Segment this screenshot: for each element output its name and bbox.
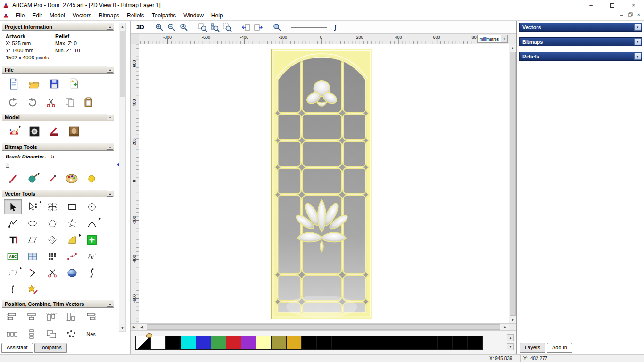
collapse-button[interactable]: ▲ <box>107 190 113 197</box>
palette-swatch[interactable] <box>165 336 181 350</box>
paste-along-curve-tool[interactable] <box>63 249 81 264</box>
palette-swatch[interactable] <box>181 336 196 350</box>
offset-vectors-tool[interactable] <box>43 232 61 247</box>
tab-assistant[interactable]: Assistant <box>1 343 33 353</box>
greyscale-preview-button[interactable] <box>28 125 41 138</box>
vector-direction-tool[interactable] <box>24 265 41 280</box>
palette-swatch[interactable] <box>241 336 256 350</box>
bitmaps-dropdown-button[interactable]: ▼ <box>634 38 641 45</box>
distribute-vertical-button[interactable] <box>24 328 40 340</box>
preview-relief-button[interactable] <box>272 22 283 33</box>
paint-tool-button[interactable] <box>8 173 19 184</box>
palette-swatch[interactable] <box>316 336 332 350</box>
palette-swatch[interactable] <box>226 336 241 350</box>
align-top-button[interactable] <box>43 311 59 323</box>
palette-swatch[interactable] <box>362 336 377 350</box>
menu-item[interactable]: Vectors <box>69 11 95 20</box>
node-editing-tool[interactable] <box>24 199 41 214</box>
mdi-close-button[interactable]: × <box>637 12 640 17</box>
close-button[interactable]: × <box>623 0 644 10</box>
slider-handle[interactable] <box>6 162 9 168</box>
scroll-left-button[interactable]: ◀ <box>138 324 146 330</box>
palette-swatch[interactable] <box>467 336 483 350</box>
menu-item[interactable]: Help <box>207 11 227 20</box>
measure-tool[interactable] <box>24 232 41 247</box>
zoom-in-button[interactable] <box>154 22 165 33</box>
select-vectors-tool[interactable] <box>4 199 22 214</box>
align-bottom-button[interactable] <box>63 311 79 323</box>
align-right-button[interactable] <box>83 311 99 323</box>
trim-vectors-tool[interactable] <box>43 265 61 280</box>
save-model-button[interactable] <box>48 78 60 90</box>
palette-up-button[interactable]: ▲ <box>507 334 514 341</box>
previous-bitmap-button[interactable] <box>240 22 252 33</box>
texture-image-button[interactable] <box>68 125 80 138</box>
nesting-button[interactable]: Nes <box>83 328 99 340</box>
collapse-button[interactable]: ▲ <box>107 66 113 73</box>
palette-swatch[interactable] <box>196 336 211 350</box>
zoom-out-button[interactable] <box>166 22 177 33</box>
rectangle-tool[interactable] <box>63 199 81 214</box>
tab-layers[interactable]: Layers <box>520 343 545 353</box>
palette-swatch[interactable] <box>392 336 407 350</box>
edit-model-button[interactable] <box>8 124 21 139</box>
assistant-scrollbar[interactable]: ▲ ▼ <box>119 23 126 332</box>
star-tool[interactable] <box>63 216 81 231</box>
palette-swatch[interactable] <box>377 336 392 350</box>
draw-tool-button[interactable] <box>47 173 58 184</box>
palette-swatch[interactable] <box>211 336 226 350</box>
pan-mode-button[interactable]: ▶ <box>131 324 138 330</box>
wrap-text-tool[interactable]: ABC <box>4 249 22 264</box>
palette-swatch[interactable] <box>286 336 302 350</box>
grid-window-tool[interactable] <box>24 249 41 264</box>
mirror-vectors-tool[interactable] <box>4 282 22 297</box>
fit-curve-tool[interactable] <box>83 249 101 264</box>
scrollbar-thumb[interactable] <box>120 31 125 97</box>
drawing-canvas[interactable] <box>139 44 509 323</box>
palette-down-button[interactable]: ▼ <box>507 343 514 350</box>
undo-button[interactable] <box>8 97 19 108</box>
switch-3d-view-button[interactable]: 3D <box>134 22 146 33</box>
scrollbar-thumb[interactable] <box>510 52 516 316</box>
vectors-dropdown-button[interactable]: ▼ <box>634 24 641 31</box>
interactive-distort-tool[interactable] <box>63 265 81 280</box>
tab-addin[interactable]: Add In <box>547 343 572 353</box>
polyline-tool[interactable] <box>4 216 22 231</box>
colour-palette-button[interactable] <box>65 173 78 184</box>
collapse-button[interactable]: ▲ <box>107 301 113 307</box>
menu-item[interactable]: Window <box>180 11 207 20</box>
palette-swatch[interactable] <box>347 336 362 350</box>
palette-swatch[interactable] <box>150 336 166 350</box>
scroll-up-button[interactable]: ▲ <box>119 23 125 30</box>
copy-button[interactable] <box>64 97 75 108</box>
minimize-button[interactable]: – <box>580 0 602 10</box>
horizontal-scrollbar[interactable]: ▶ ◀ ▶ <box>131 323 516 331</box>
menu-item[interactable]: Reliefs <box>123 11 148 20</box>
scroll-down-button[interactable]: ▼ <box>509 316 516 323</box>
palette-swatch[interactable] <box>271 336 287 350</box>
palette-swatch[interactable] <box>452 336 468 350</box>
zoom-previous-button[interactable] <box>178 22 190 33</box>
snap-grid-toggle[interactable] <box>83 232 101 247</box>
paint-selective-button[interactable] <box>26 171 40 186</box>
transform-vectors-tool[interactable] <box>43 199 61 214</box>
bitmaps-panel-header[interactable]: Bitmaps ▼ <box>519 37 642 46</box>
combine-vectors-button[interactable] <box>43 328 59 340</box>
units-dropdown-button[interactable]: ▼ <box>501 35 507 42</box>
palette-swatch[interactable] <box>437 336 453 350</box>
cut-button[interactable] <box>45 97 57 108</box>
collapse-button[interactable]: ▲ <box>107 24 113 30</box>
import-export-button[interactable] <box>68 78 81 90</box>
open-model-button[interactable] <box>27 78 41 90</box>
align-center-button[interactable] <box>24 311 40 323</box>
menu-item[interactable]: Toolpaths <box>148 11 180 20</box>
vertical-scrollbar[interactable]: ▲ ▼ <box>509 44 516 323</box>
cluster-vectors-button[interactable] <box>63 328 79 340</box>
reliefs-dropdown-button[interactable]: ▼ <box>634 53 641 60</box>
zoom-fit-objects-button[interactable] <box>209 22 221 33</box>
distribute-horizontal-button[interactable] <box>4 328 20 340</box>
join-vectors-tool[interactable] <box>4 265 22 280</box>
flood-fill-button[interactable] <box>86 173 98 184</box>
create-text-tool[interactable] <box>4 232 22 247</box>
menu-item[interactable]: Model <box>46 11 69 20</box>
